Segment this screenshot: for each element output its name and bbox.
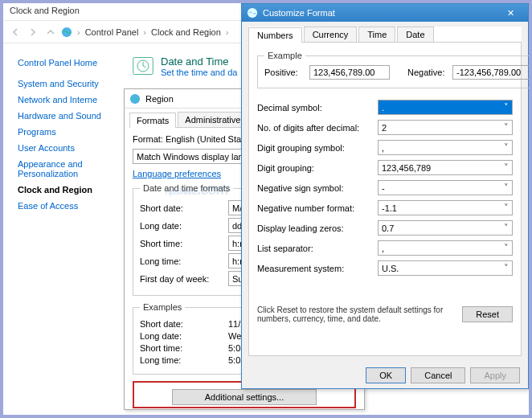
cf-field-dropdown[interactable]: -1.1˅ — [378, 200, 513, 215]
chevron-down-icon: ˅ — [504, 203, 509, 213]
format-row-label: First day of week: — [140, 274, 228, 284]
customize-format-dialog: Customize Format ✕ Numbers Currency Time… — [241, 3, 529, 389]
cf-tabs: Numbers Currency Time Date — [248, 27, 522, 43]
negative-value: -123,456,789.00 — [452, 65, 532, 80]
chevron-down-icon: ˅ — [504, 162, 509, 173]
chevron-down-icon: ˅ — [504, 263, 509, 273]
globe-icon — [129, 93, 141, 104]
cf-field-dropdown[interactable]: ,˅ — [378, 240, 513, 256]
category-sublink[interactable]: Set the time and da — [161, 68, 237, 77]
breadcrumb-item[interactable]: Clock and Region — [151, 27, 221, 37]
chevron-down-icon: ˅ — [504, 243, 509, 253]
cf-field-row: No. of digits after decimal:2˅ — [257, 120, 513, 135]
nav-up-icon[interactable] — [43, 25, 58, 39]
format-row-label: Long date: — [140, 221, 228, 231]
examples-legend: Examples — [140, 302, 185, 312]
cf-field-dropdown[interactable]: 0.7˅ — [378, 220, 513, 236]
ok-button[interactable]: OK — [366, 367, 406, 383]
cf-field-value: 123,456,789 — [382, 163, 431, 173]
format-row-label: Short date: — [140, 203, 228, 213]
chevron-down-icon: ˅ — [504, 102, 509, 113]
example-label: Short date: — [140, 319, 228, 329]
cf-field-value: , — [382, 143, 384, 153]
breadcrumb-sep: › — [226, 27, 229, 37]
cf-field-value: -1.1 — [382, 203, 397, 213]
example-label: Short time: — [140, 343, 228, 353]
cf-field-dropdown[interactable]: .˅ — [378, 100, 513, 115]
tab-time[interactable]: Time — [358, 27, 395, 42]
chevron-down-icon: ˅ — [504, 182, 509, 193]
cf-field-row: Measurement system:U.S.˅ — [257, 260, 513, 276]
format-label: Format: English (United States) — [133, 134, 256, 144]
cf-field-dropdown[interactable]: -˅ — [378, 180, 513, 195]
reset-text: Click Reset to restore the system defaul… — [257, 305, 454, 323]
breadcrumb-sep: › — [77, 27, 80, 37]
breadcrumb-sep: › — [143, 27, 146, 37]
language-preferences-link[interactable]: Language preferences — [133, 169, 221, 178]
cf-field-label: Negative sign symbol: — [257, 183, 378, 193]
cf-field-dropdown[interactable]: 2˅ — [378, 120, 513, 135]
sidebar-item[interactable]: Network and Interne — [18, 95, 117, 104]
chevron-down-icon: ˅ — [504, 142, 509, 153]
cf-field-row: List separator:,˅ — [257, 240, 513, 256]
sidebar-item[interactable]: Programs — [18, 127, 117, 137]
cf-field-dropdown[interactable]: U.S.˅ — [378, 260, 513, 276]
cf-field-label: Decimal symbol: — [257, 103, 378, 113]
cf-field-row: Digit grouping symbol:,˅ — [257, 140, 513, 155]
cf-field-dropdown[interactable]: ,˅ — [378, 140, 513, 155]
cf-field-label: Digit grouping: — [257, 163, 378, 173]
sidebar-item[interactable]: Clock and Region — [18, 185, 117, 195]
cf-field-value: 2 — [382, 123, 387, 133]
reset-button[interactable]: Reset — [462, 306, 513, 322]
tab-currency[interactable]: Currency — [304, 27, 358, 42]
cf-field-row: Decimal symbol:.˅ — [257, 100, 513, 115]
tab-date[interactable]: Date — [397, 27, 433, 42]
clock-icon — [132, 55, 154, 77]
positive-label: Positive: — [264, 68, 305, 77]
cf-field-value: , — [382, 244, 384, 253]
cp-home-link[interactable]: Control Panel Home — [18, 58, 117, 68]
cf-field-label: Negative number format: — [257, 203, 378, 213]
close-icon[interactable]: ✕ — [497, 8, 523, 18]
example-group: Example Positive: 123,456,789.00 Negativ… — [257, 51, 532, 88]
cancel-button[interactable]: Cancel — [411, 367, 465, 383]
nav-back-icon[interactable] — [8, 25, 23, 39]
cf-title-text: Customize Format — [263, 8, 335, 18]
apply-button[interactable]: Apply — [470, 367, 520, 383]
cf-titlebar: Customize Format ✕ — [242, 4, 528, 22]
breadcrumb-item[interactable]: Control Panel — [85, 27, 139, 37]
chevron-down-icon: ˅ — [504, 223, 509, 233]
cf-field-row: Digit grouping:123,456,789˅ — [257, 160, 513, 175]
tab-administrative[interactable]: Administrative — [178, 112, 248, 127]
cf-panel: Example Positive: 123,456,789.00 Negativ… — [248, 43, 522, 356]
category-heading[interactable]: Date and Time — [161, 55, 237, 68]
nav-forward-icon[interactable] — [26, 25, 40, 39]
sidebar-item[interactable]: System and Security — [18, 79, 117, 88]
tab-numbers[interactable]: Numbers — [248, 27, 302, 43]
cf-field-label: Digit grouping symbol: — [257, 143, 378, 153]
cf-field-dropdown[interactable]: 123,456,789˅ — [378, 160, 513, 175]
example-legend: Example — [264, 51, 305, 60]
format-row-label: Long time: — [140, 256, 228, 266]
cf-field-value: - — [382, 183, 385, 193]
window-title: Clock and Region — [10, 6, 80, 15]
example-label: Long time: — [140, 355, 228, 365]
cf-field-row: Negative number format:-1.1˅ — [257, 200, 513, 215]
globe-icon — [61, 27, 72, 38]
cf-field-row: Display leading zeros:0.7˅ — [257, 220, 513, 236]
cf-field-value: 0.7 — [382, 223, 394, 233]
cf-field-label: Measurement system: — [257, 264, 378, 273]
cf-field-value: U.S. — [382, 264, 399, 273]
chevron-down-icon: ˅ — [504, 122, 509, 133]
cf-field-label: Display leading zeros: — [257, 223, 378, 233]
cf-field-row: Negative sign symbol:-˅ — [257, 180, 513, 195]
datetime-formats-legend: Date and time formats — [140, 183, 233, 193]
sidebar-item[interactable]: User Accounts — [18, 143, 117, 153]
sidebar-item[interactable]: Ease of Access — [18, 201, 117, 211]
tab-formats[interactable]: Formats — [129, 113, 176, 128]
additional-settings-button[interactable]: Additional settings... — [172, 389, 317, 405]
sidebar-item[interactable]: Appearance and Personalization — [18, 159, 117, 178]
sidebar-item[interactable]: Hardware and Sound — [18, 111, 117, 121]
positive-value: 123,456,789.00 — [309, 65, 390, 80]
example-label: Long date: — [140, 331, 228, 341]
